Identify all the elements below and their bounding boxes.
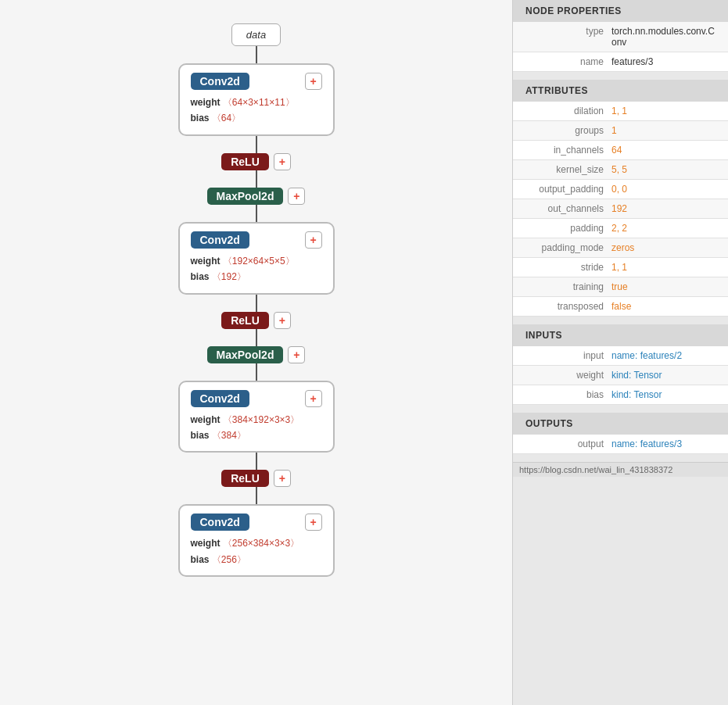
node-relu-1-inline: ReLU + [221,153,291,170]
attr-val-transposed: false [611,301,631,312]
attr-row-out_channels: out_channels 192 [513,199,728,219]
node-properties-title: NODE PROPERTIES [513,0,728,22]
connector-line-6 [256,329,257,346]
connector-line [256,46,257,63]
input-key-bias: bias [525,389,611,400]
inputs-container: input name: features/2 weight kind: Tens… [513,346,728,405]
node-conv2d-2-label[interactable]: Conv2d [191,231,249,249]
node-conv2d-4-wrapper: Conv2d + weight 〈256×384×3×3〉 bias 〈256〉 [178,504,335,577]
attr-val-training: true [611,281,628,292]
node-relu-1-label[interactable]: ReLU [221,153,269,170]
attr-key-padding_mode: padding_mode [525,242,611,253]
node-conv2d-2-wrapper: Conv2d + weight 〈192×64×5×5〉 bias 〈192〉 [178,222,335,312]
props-name-row: name features/3 [513,52,728,72]
node-conv2d-3-group: Conv2d + weight 〈384×192×3×3〉 bias 〈384〉 [178,381,335,453]
conv2d-4-bias-value: 〈256〉 [212,554,246,565]
node-relu-2-label[interactable]: ReLU [221,312,269,329]
props-panel: NODE PROPERTIES type torch.nn.modules.co… [512,0,728,705]
graph-container: data Conv2d + weight 〈64×3×11×11〉 bias 〈… [178,23,335,577]
conv2d-1-weight-label: weight [191,97,221,108]
attr-val-kernel_size: 5, 5 [611,164,627,175]
node-data-wrapper: data [231,23,281,63]
attr-val-dilation: 1, 1 [611,106,627,116]
node-conv2d-4-header: Conv2d + [191,514,322,531]
node-data[interactable]: data [231,23,281,46]
connector-line-5 [256,295,257,312]
attr-key-training: training [525,281,611,292]
attr-key-transposed: transposed [525,301,611,312]
node-conv2d-2-plus[interactable]: + [305,231,322,249]
node-maxpool-2-plus[interactable]: + [288,346,305,363]
attr-key-in_channels: in_channels [525,145,611,156]
attributes-title: ATTRIBUTES [513,80,728,102]
attr-val-padding: 2, 2 [611,223,627,234]
node-relu-2-wrapper: ReLU + [221,312,291,346]
node-relu-1-wrapper: ReLU + [221,153,291,188]
node-conv2d-4-label[interactable]: Conv2d [191,514,249,531]
node-conv2d-3-wrapper: Conv2d + weight 〈384×192×3×3〉 bias 〈384〉 [178,381,335,471]
input-val-bias: kind: Tensor [611,389,662,400]
connector-line-7 [256,363,257,381]
props-name-key: name [525,56,611,67]
outputs-title: OUTPUTS [513,413,728,435]
node-relu-3-wrapper: ReLU + [221,470,291,504]
attr-key-dilation: dilation [525,106,611,116]
node-maxpool-1-inline: MaxPool2d + [207,188,306,205]
attr-val-groups: 1 [611,125,617,136]
node-conv2d-1-label[interactable]: Conv2d [191,73,249,90]
node-relu-2-plus[interactable]: + [274,312,291,329]
node-maxpool-2-inline: MaxPool2d + [207,346,306,363]
props-name-value: features/3 [611,56,653,67]
node-maxpool-2-label[interactable]: MaxPool2d [207,346,284,363]
node-relu-2-inline: ReLU + [221,312,291,329]
connector-line-3 [256,170,257,188]
attr-row-padding_mode: padding_mode zeros [513,238,728,258]
node-maxpool-2-wrapper: MaxPool2d + [207,346,306,381]
attr-row-padding: padding 2, 2 [513,219,728,238]
node-conv2d-3-label[interactable]: Conv2d [191,390,249,407]
attr-row-in_channels: in_channels 64 [513,141,728,160]
connector-line-9 [256,487,257,504]
input-val-input: name: features/2 [611,350,682,361]
input-val-weight: kind: Tensor [611,370,662,381]
input-row-weight: weight kind: Tensor [513,366,728,385]
attr-val-padding_mode: zeros [611,242,634,253]
conv2d-4-weight-value: 〈256×384×3×3〉 [223,538,299,549]
attr-key-groups: groups [525,125,611,136]
attr-row-groups: groups 1 [513,121,728,141]
attr-key-output_padding: output_padding [525,184,611,195]
props-type-value: torch.nn.modules.conv.Conv [611,26,715,48]
attr-row-training: training true [513,277,728,297]
props-type-key: type [525,26,611,37]
node-relu-1-plus[interactable]: + [274,153,291,170]
section-gap-3 [513,405,728,413]
attr-row-kernel_size: kernel_size 5, 5 [513,160,728,180]
node-maxpool-1-plus[interactable]: + [288,188,305,205]
conv2d-2-weight-label: weight [191,256,221,267]
attr-val-output_padding: 0, 0 [611,184,627,195]
conv2d-3-bias-value: 〈384〉 [212,430,246,441]
node-conv2d-4-plus[interactable]: + [305,514,322,531]
attr-key-out_channels: out_channels [525,203,611,214]
node-maxpool-1-label[interactable]: MaxPool2d [207,188,284,205]
node-conv2d-2-attrs: weight 〈192×64×5×5〉 bias 〈192〉 [191,253,322,285]
conv2d-3-bias-label: bias [191,430,210,441]
node-relu-3-label[interactable]: ReLU [221,470,269,487]
node-conv2d-3-attrs: weight 〈384×192×3×3〉 bias 〈384〉 [191,412,322,444]
node-conv2d-1-header: Conv2d + [191,73,322,90]
conv2d-2-weight-value: 〈192×64×5×5〉 [223,256,295,267]
node-conv2d-1-plus[interactable]: + [305,73,322,90]
node-conv2d-3-plus[interactable]: + [305,390,322,407]
node-conv2d-4-attrs: weight 〈256×384×3×3〉 bias 〈256〉 [191,535,322,567]
section-gap-2 [513,317,728,324]
node-conv2d-4-group: Conv2d + weight 〈256×384×3×3〉 bias 〈256〉 [178,504,335,577]
conv2d-2-bias-value: 〈192〉 [212,271,246,282]
conv2d-1-weight-value: 〈64×3×11×11〉 [223,97,295,108]
attr-key-padding: padding [525,223,611,234]
node-relu-3-plus[interactable]: + [274,470,291,487]
output-val-output: name: features/3 [611,438,682,449]
output-key-output: output [525,438,611,449]
node-conv2d-1-wrapper: Conv2d + weight 〈64×3×11×11〉 bias 〈64〉 [178,63,335,153]
attr-val-stride: 1, 1 [611,262,627,273]
node-relu-3-inline: ReLU + [221,470,291,487]
